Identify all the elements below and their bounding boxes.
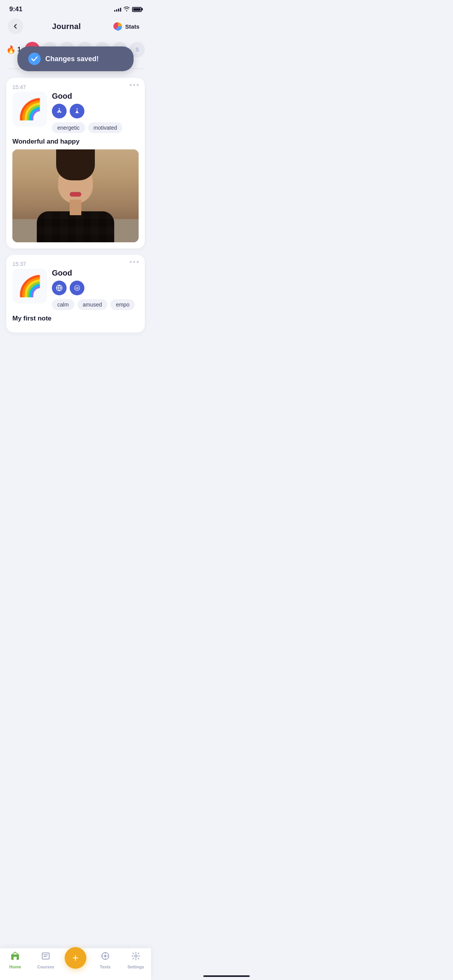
svg-point-1 xyxy=(59,108,60,110)
activity-icon-2b xyxy=(70,281,84,295)
dot-2 xyxy=(133,84,135,86)
dot-1 xyxy=(130,84,132,86)
card-body-2: 🌈 Good xyxy=(12,269,139,310)
dot-5 xyxy=(133,261,135,263)
tag-empo: empo xyxy=(110,299,135,310)
status-bar: 9:41 xyxy=(0,0,151,15)
battery-icon xyxy=(132,7,142,12)
card-time-2: 15:37 xyxy=(12,261,26,267)
flame-icon: 🔥 xyxy=(6,45,16,54)
mood-emoji-1: 🌈 xyxy=(17,98,43,121)
card-image-1 xyxy=(12,149,139,242)
card-time-1: 15:47 xyxy=(12,84,26,90)
activity-icon-2a xyxy=(52,281,67,295)
tags-row-2: calm amused empo xyxy=(52,299,139,310)
card-header-1: 15:47 xyxy=(12,84,139,90)
mood-emoji-container-2: 🌈 xyxy=(12,269,47,303)
toast-text: Changes saved! xyxy=(45,55,99,63)
svg-point-4 xyxy=(74,285,80,291)
card-body-1: 🌈 Good xyxy=(12,92,139,133)
status-time: 9:41 xyxy=(9,5,22,13)
svg-point-6 xyxy=(77,287,77,288)
activity-icon-1a xyxy=(52,104,67,118)
card-options-1[interactable] xyxy=(130,84,139,86)
card-header-2: 15:37 xyxy=(12,261,139,267)
mood-emoji-2: 🌈 xyxy=(17,274,43,298)
toast-check-icon xyxy=(28,53,41,65)
card-note-1: Wonderful and happy xyxy=(12,138,139,146)
svg-point-7 xyxy=(78,287,79,288)
page-title: Journal xyxy=(52,22,81,31)
toast-notification: Changes saved! xyxy=(17,46,134,71)
tags-row-1: energetic motivated xyxy=(52,122,139,133)
dot-6 xyxy=(137,261,139,263)
activity-icons-1 xyxy=(52,104,139,118)
mood-label-1: Good xyxy=(52,92,139,101)
stats-pie-icon xyxy=(113,22,123,31)
mood-label-2: Good xyxy=(52,269,139,278)
tag-energetic: energetic xyxy=(52,122,85,133)
back-button[interactable] xyxy=(8,19,23,34)
journal-card-1: 15:47 🌈 Good xyxy=(6,78,145,248)
tag-motivated: motivated xyxy=(88,122,123,133)
stats-button[interactable]: Stats xyxy=(110,19,143,33)
dot-4 xyxy=(130,261,132,263)
card-right-1: Good xyxy=(52,92,139,133)
card-options-2[interactable] xyxy=(130,261,139,263)
mood-emoji-container-1: 🌈 xyxy=(12,92,47,127)
activity-icons-2 xyxy=(52,281,139,295)
svg-point-5 xyxy=(76,287,76,288)
tag-amused: amused xyxy=(77,299,108,310)
activity-icon-1b xyxy=(70,104,84,118)
dot-3 xyxy=(137,84,139,86)
signal-icon xyxy=(114,7,121,12)
tag-calm: calm xyxy=(52,299,74,310)
stats-label: Stats xyxy=(125,23,139,30)
wifi-icon xyxy=(124,6,130,12)
card-right-2: Good xyxy=(52,269,139,310)
svg-point-2 xyxy=(77,108,78,110)
status-icons xyxy=(114,6,142,12)
journal-card-2: 15:37 🌈 Good xyxy=(6,255,145,332)
card-note-2: My first note xyxy=(12,315,139,322)
header: Journal Stats Changes saved! xyxy=(0,15,151,38)
